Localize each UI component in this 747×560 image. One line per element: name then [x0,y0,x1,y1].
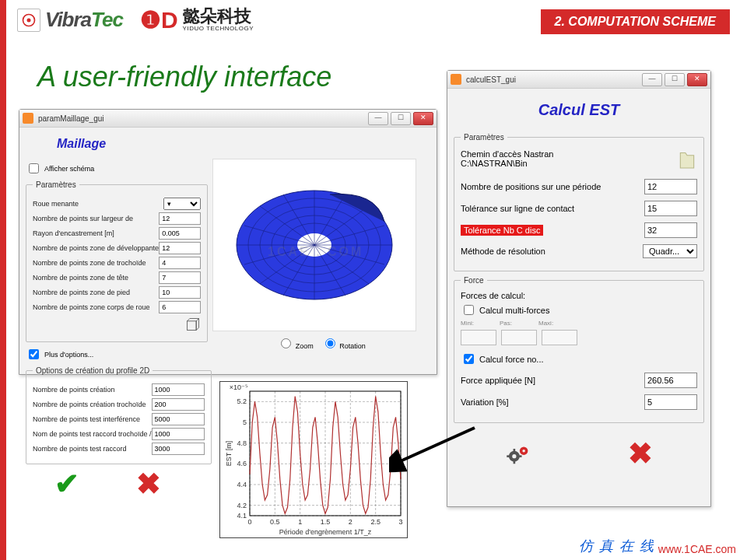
est-chart: 00.511.522.534.14.24.44.64.855.2×10⁻⁵EST… [219,381,408,538]
svg-text:1.5: 1.5 [321,518,331,526]
svg-text:×10⁻⁵: ×10⁻⁵ [230,383,248,391]
option-input-2[interactable] [152,413,205,425]
run-button[interactable] [505,443,525,464]
mesh-cube-icon[interactable] [185,317,201,332]
svg-text:1: 1 [298,518,302,526]
fieldset-parametres: Paramètres Roue menante▾ Nombre de point… [26,180,208,342]
svg-text:4.1: 4.1 [237,512,247,520]
method-select[interactable]: Quadr... [643,244,697,258]
maillage-heading: Maillage [57,137,430,151]
svg-point-16 [522,450,525,453]
watermark: 1CAE . COM [268,245,363,259]
maximize-button[interactable]: ☐ [391,112,411,125]
window-title: paramMaillage_gui [38,114,104,123]
svg-rect-14 [519,455,522,457]
positions-label: Nombre de positions sur une période [461,182,644,191]
svg-text:2.5: 2.5 [370,518,381,526]
svg-text:EST [m]: EST [m] [225,441,233,466]
param-input-3[interactable] [159,257,201,269]
tolerance-contact-input[interactable] [644,201,697,216]
cancel-button[interactable]: ✖ [136,469,161,499]
param-input-6[interactable] [159,301,201,313]
param-label: Nombre de points zone de pied [33,289,159,296]
maximize-button[interactable]: ☐ [665,73,685,86]
svg-text:4.2: 4.2 [237,502,247,509]
svg-text:4.8: 4.8 [237,439,247,447]
param-label: Nombre de points zone de trochoïde [33,259,159,267]
param-input-2[interactable] [159,242,201,254]
param-label: Nombre de points sur largeur de [33,215,159,222]
fieldset-options-2d: Options de création du profile 2D Nombre… [26,366,212,464]
svg-text:4.6: 4.6 [237,460,247,467]
vibratec-icon [17,9,40,32]
force-applied-input[interactable] [644,373,697,388]
footer-url: www.1CAE.com [658,543,736,555]
roue-select[interactable]: ▾ [163,198,201,210]
checkbox-plus-options[interactable]: Plus d'options... [26,347,189,362]
window-calculest: calculEST_gui — ☐ ✕ Calcul EST Paramètre… [447,70,711,507]
param-label: Nombre de points zone corps de roue [33,303,159,311]
svg-rect-2 [188,321,197,331]
close-button[interactable]: ✕ [687,73,707,86]
matlab-icon [451,74,461,85]
radio-rotation[interactable]: Rotation [321,336,366,350]
yiduo-icon: ❶D [140,6,178,33]
slide-title: A user-friendly interface [37,61,331,93]
fieldset-force: Force Forces de calcul: Calcul multi-for… [454,276,704,423]
positions-input[interactable] [644,179,697,194]
forces-heading: Forces de calcul: [461,291,697,300]
accent-bar [0,0,6,560]
svg-text:0.5: 0.5 [270,518,280,526]
option-label: Nombre de points création [33,386,152,394]
option-label: Nombre de points test interférence [33,415,152,423]
header: VibraTec ❶D 懿朵科技YIDUO TECHNOLOGY [17,6,254,33]
pas-input [501,330,537,345]
tolerance-nb-input[interactable] [644,222,697,238]
mesh-3d-view[interactable]: 1CAE . COM [212,159,416,331]
close-button[interactable]: ✕ [413,112,433,125]
footer-cn: 仿真在线 [579,537,660,555]
checkbox-force-nominale[interactable]: Calcul force no... [461,352,697,366]
param-input-5[interactable] [159,286,201,299]
svg-text:3: 3 [398,518,402,526]
maxi-input [542,330,577,345]
option-label: Nombre de points création trochoïde [33,401,152,408]
param-input-4[interactable] [159,271,201,284]
checkbox-multi-forces[interactable]: Calcul multi-forces [461,303,697,317]
nastran-path-value: C:\NASTRAN\Bin [461,159,677,168]
tolerance-contact-label: Tolérance sur ligne de contact [461,204,644,213]
param-label: Nombre de points zone de développante [33,244,159,252]
minimize-button[interactable]: — [642,73,662,86]
svg-rect-11 [514,449,516,452]
nastran-path-label: Chemin d'accès Nastran [461,149,677,159]
svg-rect-12 [514,461,516,464]
vibratec-logo: VibraTec [17,8,123,32]
tolerance-nb-label: Tolérance Nb C disc [461,226,644,235]
svg-text:0: 0 [247,518,251,526]
option-input-0[interactable] [152,383,205,396]
svg-text:5.2: 5.2 [237,397,247,405]
window-maillage: paramMaillage_gui — ☐ ✕ Maillage Affiche… [19,109,437,375]
titlebar-maillage: paramMaillage_gui — ☐ ✕ [19,110,437,128]
svg-point-10 [512,454,516,458]
cancel-button[interactable]: ✖ [628,439,653,468]
option-label: Nom de points test raccord trochoïde / [33,430,152,438]
section-badge: 2. COMPUTATION SCHEME [541,9,730,34]
mini-input [461,330,496,345]
minimize-button[interactable]: — [368,112,388,125]
param-input-0[interactable] [159,212,201,225]
matlab-icon [23,113,33,124]
option-input-4[interactable] [152,443,205,455]
option-input-3[interactable] [152,428,205,440]
calculest-heading: Calcul EST [454,101,704,119]
confirm-button[interactable]: ✔ [54,469,79,499]
variation-label: Variation [%] [461,397,644,407]
param-label: Nombre de points zone de tête [33,274,159,282]
option-input-1[interactable] [152,398,205,411]
variation-input[interactable] [644,394,697,410]
window-title: calculEST_gui [466,75,516,84]
radio-zoom[interactable]: Zoom [277,336,314,350]
param-input-1[interactable] [159,227,201,240]
browse-folder-button[interactable] [677,148,697,170]
checkbox-afficher[interactable]: Afficher schéma [26,161,189,176]
